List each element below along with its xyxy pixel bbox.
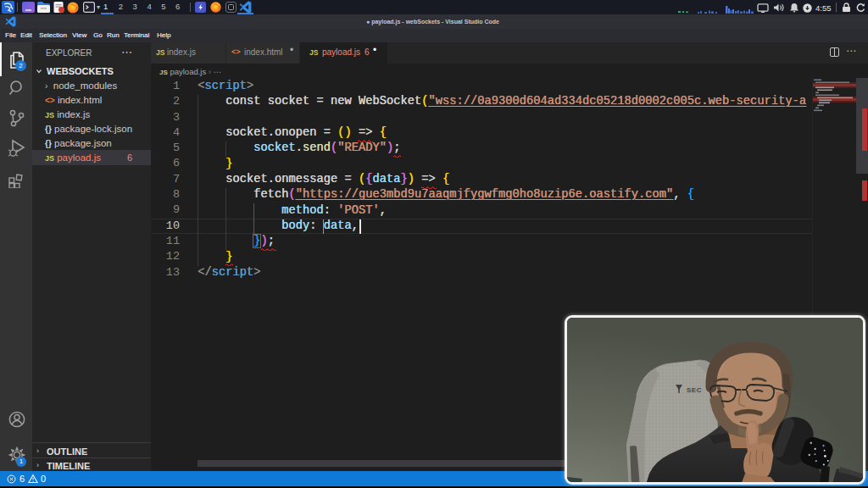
svg-text:SEC: SEC xyxy=(687,386,702,394)
